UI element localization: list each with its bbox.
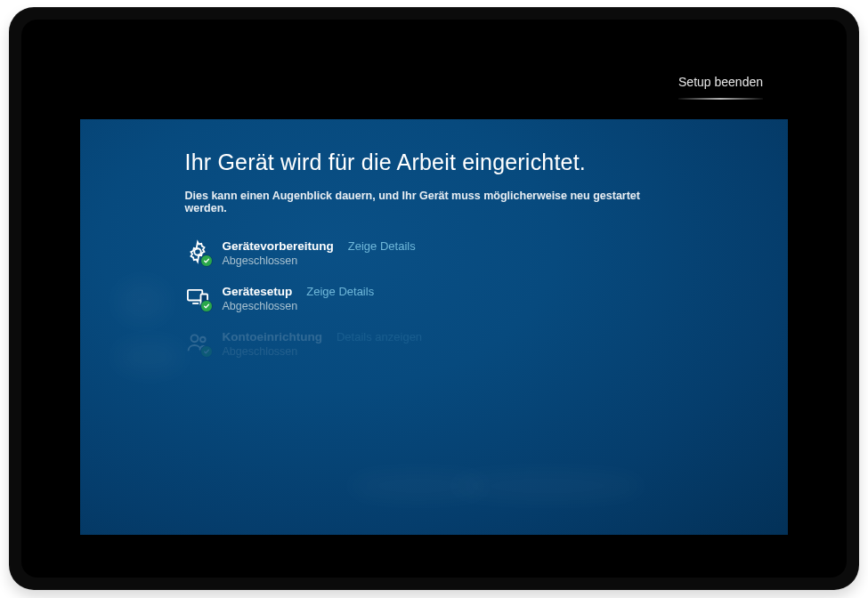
show-details-link[interactable]: Zeige Details	[306, 285, 374, 298]
step-device-preparation: Gerätevorbereitung Zeige Details Abgesch…	[185, 239, 684, 267]
page-subtitle: Dies kann einen Augenblick dauern, und I…	[185, 190, 684, 214]
screen: Setup beenden Ihr Gerät wird für die Arb…	[80, 62, 788, 535]
page-title: Ihr Gerät wird für die Arbeit eingericht…	[185, 150, 684, 175]
show-details-link[interactable]: Zeige Details	[348, 239, 416, 253]
oobe-panel: Ihr Gerät wird für die Arbeit eingericht…	[80, 119, 788, 535]
svg-point-0	[194, 248, 200, 255]
exit-setup-link[interactable]: Setup beenden	[678, 75, 763, 94]
svg-point-4	[191, 335, 198, 342]
step-account-setup: Kontoeinrichtung Details anzeigen Abgesc…	[185, 330, 684, 358]
photo-smudge	[347, 473, 490, 499]
step-name: Gerätesetup	[223, 285, 293, 298]
step-status: Abgeschlossen	[223, 345, 423, 358]
step-text: Gerätevorbereitung Zeige Details Abgesch…	[223, 239, 416, 267]
tablet-mockup: Setup beenden Ihr Gerät wird für die Arb…	[0, 0, 868, 598]
check-icon	[200, 345, 213, 358]
device-bezel: Setup beenden Ihr Gerät wird für die Arb…	[21, 20, 847, 578]
step-name: Kontoeinrichtung	[223, 330, 322, 343]
step-status: Abgeschlossen	[223, 255, 416, 267]
step-device-setup: Gerätesetup Zeige Details Abgeschlossen	[185, 285, 684, 312]
topbar: Setup beenden	[678, 75, 763, 100]
step-status: Abgeschlossen	[223, 300, 375, 312]
step-name: Gerätevorbereitung	[223, 239, 334, 253]
photo-smudge	[450, 473, 645, 499]
oobe-content: Ihr Gerät wird für die Arbeit eingericht…	[185, 150, 684, 358]
step-text: Gerätesetup Zeige Details Abgeschlossen	[223, 285, 375, 312]
photo-smudge	[116, 279, 169, 324]
gear-icon	[185, 239, 210, 264]
user-icon	[185, 330, 210, 355]
step-text: Kontoeinrichtung Details anzeigen Abgesc…	[223, 330, 423, 358]
svg-point-5	[200, 337, 206, 343]
exit-setup-underline	[678, 98, 763, 100]
photo-smudge	[114, 339, 185, 375]
check-icon	[200, 255, 213, 267]
devices-icon	[185, 285, 210, 310]
device-frame: Setup beenden Ihr Gerät wird für die Arb…	[9, 7, 859, 590]
show-details-link[interactable]: Details anzeigen	[337, 330, 422, 343]
check-icon	[200, 300, 213, 312]
